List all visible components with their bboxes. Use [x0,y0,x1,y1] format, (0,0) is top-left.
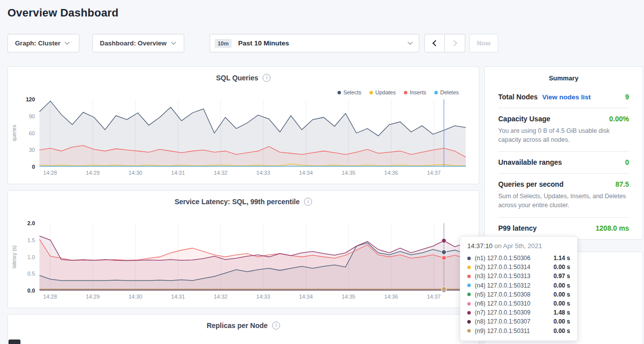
summary-description: You are using 0 B of 4.5 GiB usable disk… [498,126,629,144]
overview-dashboard-page: Overview Dashboard Graph: Cluster Dashbo… [0,0,644,344]
dashboard-dropdown-label: Dashboard: Overview [100,39,167,47]
summary-value: 9 [625,93,629,101]
chevron-down-icon [65,40,70,45]
legend-item-deletes: Deletes [434,89,459,95]
summary-row-capacity-usage: Capacity Usage 0.00% You are using 0 B o… [498,108,629,152]
x-tick-label: 14:30 [128,170,142,176]
graph-dropdown[interactable]: Graph: Cluster [7,34,79,52]
y-tick-label: 90 [29,113,35,119]
info-icon[interactable]: i [272,322,280,330]
tooltip-row: (n1) 127.0.0.1:503061.14 s [467,254,570,263]
node-color-dot-icon [467,302,471,306]
time-prev-button[interactable] [424,34,445,52]
y-axis-label: latency (s) [11,245,17,268]
legend-item-selects: Selects [337,89,361,95]
tooltip-node-value: 0.00 s [554,300,570,307]
summary-label: Queries per second [498,180,564,188]
legend-dot-icon [434,91,438,94]
y-tick-label: 0.5 [27,271,35,277]
chart-title-row: Replicas per Node i [8,322,479,330]
x-tick-label: 14:33 [257,170,271,176]
summary-description: Sum of Selects, Updates, Inserts, and De… [498,192,629,210]
y-tick-label: 120 [26,96,35,102]
tooltip-node-value: 0.00 s [554,264,570,271]
summary-label: Total Nodes [498,93,538,101]
summary-value: 87.5 [616,180,629,188]
page-title: Overview Dashboard [7,6,118,19]
x-tick-label: 14:33 [257,294,271,300]
tooltip-node-label: (n6) 127.0.0.1:50310 [475,300,554,307]
x-tick-label: 14:36 [384,294,398,300]
x-tick-label: 14:34 [299,170,313,176]
tooltip-row: (n5) 127.0.0.1:503080.00 s [467,290,570,299]
tooltip-date: on Apr 5th, 2021 [493,242,542,250]
tooltip-row: (n8) 127.0.0.1:503070.00 s [467,317,570,326]
info-icon[interactable]: i [304,198,312,206]
summary-row-queries-per-second: Queries per second 87.5 Sum of Selects, … [498,174,629,217]
chart-tooltip: 14:37:10 on Apr 5th, 2021 (n1) 127.0.0.1… [460,236,578,341]
x-tick-label: 14:31 [171,294,185,300]
x-tick-label: 14:30 [128,294,142,300]
clipped-ui-fragment [8,340,20,344]
time-range-picker[interactable]: 10m Past 10 Minutes [210,34,419,52]
crosshair-dot [442,287,446,291]
summary-body: Total Nodes View nodes list 9 Capacity U… [485,86,643,239]
node-color-dot-icon [467,311,471,315]
y-tick-label: 0 [32,164,35,170]
legend-label: Updates [375,89,396,95]
x-tick-label: 14:35 [341,294,355,300]
summary-row-unavailable-ranges: Unavailable ranges 0 [498,152,629,174]
x-tick-label: 14:32 [214,170,228,176]
node-color-dot-icon [467,320,471,324]
info-icon[interactable]: i [263,74,271,82]
chevron-down-icon [171,40,176,45]
summary-value: 1208.0 ms [596,224,629,232]
node-color-dot-icon [467,293,471,296]
service-latency-chart[interactable]: 14:2814:2914:3014:3114:3214:3314:3414:35… [8,191,480,309]
crosshair-dot [442,256,446,260]
sql-queries-panel: 14:2814:2914:3014:3114:3214:3314:3414:35… [7,66,479,184]
tooltip-node-label: (n9) 127.0.0.1:50311 [475,328,554,335]
tooltip-node-value: 0.00 s [554,291,570,298]
legend-label: Inserts [410,89,426,95]
tooltip-node-label: (n7) 127.0.0.1:50309 [475,309,554,316]
tooltip-node-label: (n3) 127.0.0.1:50313 [475,273,554,280]
y-tick-label: 1.0 [27,254,35,260]
y-tick-label: 1.5 [27,237,35,243]
tooltip-node-value: 1.14 s [554,255,570,262]
sql-queries-chart[interactable]: 14:2814:2914:3014:3114:3214:3314:3414:35… [8,67,480,185]
replicas-per-node-panel: Replicas per Node i [7,314,479,344]
x-tick-label: 14:37 [427,170,441,176]
legend-label: Selects [343,89,361,95]
x-tick-label: 14:36 [384,170,398,176]
node-color-dot-icon [467,275,471,278]
chevron-left-icon [432,40,439,46]
chart-title: Replicas per Node [207,322,268,330]
tooltip-node-value: 0.97 s [554,273,570,280]
tooltip-node-label: (n1) 127.0.0.1:50306 [475,255,554,262]
tooltip-node-label: (n2) 127.0.0.1:50314 [475,264,554,271]
tooltip-row: (n9) 127.0.0.1:503110.00 s [467,327,570,336]
crosshair-dot [442,239,446,243]
time-next-button[interactable] [445,34,465,52]
tooltip-node-label: (n4) 127.0.0.1:50312 [475,282,554,289]
y-tick-label: 2.0 [27,220,35,226]
summary-value: 0 [625,158,629,166]
summary-label: P99 latency [498,224,537,232]
dashboard-dropdown[interactable]: Dashboard: Overview [92,34,184,52]
tooltip-row: (n4) 127.0.0.1:503120.00 s [467,281,570,290]
tooltip-row: (n7) 127.0.0.1:503091.48 s [467,308,570,317]
tooltip-node-value: 0.00 s [554,318,570,325]
x-tick-label: 14:28 [43,294,57,300]
graph-dropdown-label: Graph: Cluster [15,39,60,47]
y-axis-label: queries [11,125,17,141]
node-color-dot-icon [467,257,471,260]
summary-heading: Summary [485,67,643,86]
tooltip-node-value: 0.00 s [554,328,570,335]
y-tick-label: 30 [29,147,35,153]
now-button[interactable]: Now [469,34,498,52]
summary-value: 0.00% [609,115,629,123]
legend-item-inserts: Inserts [404,89,426,95]
legend-dot-icon [369,91,373,94]
view-nodes-list-link[interactable]: View nodes list [542,93,591,101]
